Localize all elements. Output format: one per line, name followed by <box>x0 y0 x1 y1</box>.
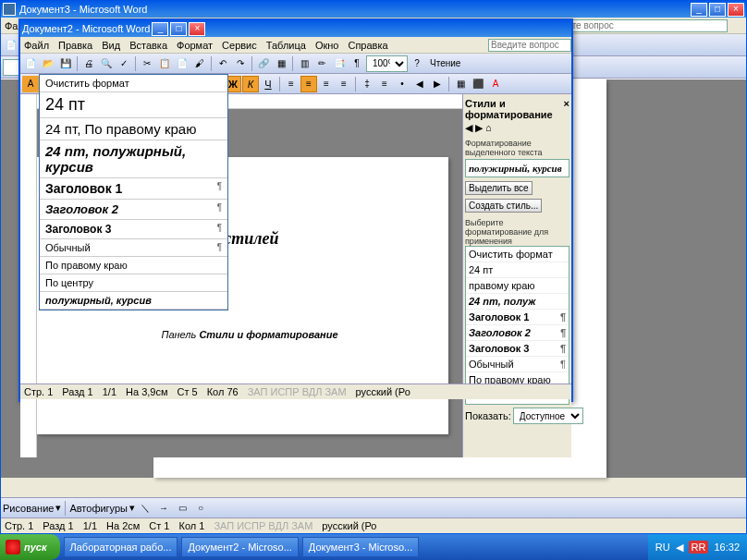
inner-close-button[interactable]: × <box>189 22 205 36</box>
style-list-item[interactable]: правому краю <box>466 278 569 294</box>
inner-maximize-button[interactable]: □ <box>170 22 187 36</box>
oval-icon[interactable]: ○ <box>192 500 209 517</box>
inner-minimize-button[interactable]: _ <box>152 22 168 36</box>
align-center-button[interactable]: ≡ <box>300 76 317 92</box>
tray-lang[interactable]: RU <box>655 542 670 553</box>
dd-item[interactable]: 24 пт, По правому краю <box>40 118 227 140</box>
columns-button[interactable]: ▥ <box>296 55 312 72</box>
menu-insert[interactable]: Вставка <box>129 40 167 51</box>
start-button[interactable]: пуск <box>0 534 60 560</box>
style-list-item[interactable]: Обычный¶ <box>466 357 569 372</box>
copy-button[interactable]: 📋 <box>156 55 173 72</box>
selected-format-box[interactable]: полужирный, курсив <box>465 159 569 177</box>
style-list-item[interactable]: Заголовок 3¶ <box>466 341 569 357</box>
menu-window[interactable]: Окно <box>315 40 339 51</box>
system-tray[interactable]: RU ◀ RR 16:32 <box>648 534 747 560</box>
tray-icon[interactable]: RR <box>689 541 709 554</box>
maximize-button[interactable]: □ <box>709 3 726 17</box>
show-select[interactable]: Доступное <box>513 408 583 424</box>
menu-help[interactable]: Справка <box>348 40 387 51</box>
back-icon[interactable]: ◀ <box>465 122 472 135</box>
menu-file[interactable]: Файл <box>24 40 49 51</box>
indent-button[interactable]: ▶ <box>429 76 446 92</box>
format-painter-button[interactable]: 🖌 <box>191 55 208 72</box>
line-icon[interactable]: ＼ <box>137 500 153 517</box>
close-button[interactable]: × <box>728 3 744 17</box>
undo-button[interactable]: ↶ <box>214 55 231 72</box>
border-button[interactable]: ▦ <box>452 76 469 92</box>
outer-title-bar[interactable]: Документ3 - Microsoft Word _ □ × <box>1 1 746 18</box>
select-arrow-icon[interactable]: ▾ <box>55 502 61 514</box>
cut-button[interactable]: ✂ <box>139 55 155 72</box>
dd-clear-format[interactable]: Очистить формат <box>40 75 227 92</box>
numbered-list-button[interactable]: ≡ <box>376 76 393 92</box>
draw-menu-button[interactable]: Рисование <box>3 503 54 514</box>
autoshapes-button[interactable]: Автофигуры <box>69 503 128 514</box>
arrow-icon[interactable]: → <box>155 500 172 517</box>
dd-item[interactable]: По центру <box>40 274 227 292</box>
taskbar-item[interactable]: Документ3 - Microso... <box>302 537 419 557</box>
italic-button[interactable]: К <box>242 76 259 92</box>
spell-button[interactable]: ✓ <box>116 55 132 72</box>
new-doc-button[interactable]: 📄 <box>22 55 39 72</box>
style-list-item[interactable]: 24 пт, полуж <box>466 294 569 310</box>
map-button[interactable]: 📑 <box>331 55 348 72</box>
menu-edit[interactable]: Правка <box>58 40 92 51</box>
menu-format[interactable]: Формат <box>177 40 213 51</box>
highlight-button[interactable]: ⬛ <box>470 76 486 92</box>
new-style-button[interactable]: Создать стиль... <box>465 199 542 213</box>
zoom-select[interactable]: 100% <box>366 55 408 72</box>
outdent-button[interactable]: ◀ <box>411 76 428 92</box>
dd-item[interactable]: Заголовок 2¶ <box>40 200 227 220</box>
inner-title-bar[interactable]: Документ2 - Microsoft Word _ □ × <box>20 20 571 37</box>
style-list-item[interactable]: Заголовок 2¶ <box>466 325 569 341</box>
dd-item[interactable]: По правому краю <box>40 257 227 274</box>
redo-button[interactable]: ↷ <box>232 55 249 72</box>
home-icon[interactable]: ⌂ <box>485 122 492 135</box>
minimize-button[interactable]: _ <box>691 3 707 17</box>
preview-button[interactable]: 🔍 <box>98 55 115 72</box>
line-spacing-button[interactable]: ‡ <box>359 76 375 92</box>
select-all-button[interactable]: Выделить все <box>465 181 533 195</box>
taskbar-item[interactable]: Документ2 - Microso... <box>181 537 298 557</box>
fwd-icon[interactable]: ▶ <box>475 122 483 135</box>
dd-item[interactable]: Обычный¶ <box>40 239 227 257</box>
style-dropdown[interactable]: Очистить формат 24 пт24 пт, По правому к… <box>39 74 228 310</box>
save-button[interactable]: 💾 <box>57 55 74 72</box>
style-list-item[interactable]: Очистить формат <box>466 247 569 262</box>
menu-table[interactable]: Таблица <box>266 40 306 51</box>
styles-pane-button[interactable]: A <box>22 76 39 92</box>
tray-clock[interactable]: 16:32 <box>714 542 740 553</box>
align-right-button[interactable]: ≡ <box>318 76 335 92</box>
align-left-button[interactable]: ≡ <box>283 76 300 92</box>
inner-help-input[interactable] <box>488 39 571 52</box>
dd-item[interactable]: Заголовок 1¶ <box>40 178 227 200</box>
style-list-item[interactable]: 24 пт <box>466 262 569 278</box>
paste-button[interactable]: 📄 <box>174 55 190 72</box>
dd-item[interactable]: Заголовок 3¶ <box>40 220 227 239</box>
styles-list[interactable]: Очистить формат24 птправому краю24 пт, п… <box>465 246 569 405</box>
style-list-item[interactable]: Заголовок 1¶ <box>466 310 569 325</box>
help-icon[interactable]: ? <box>409 55 425 72</box>
pane-close-icon[interactable]: × <box>564 98 569 120</box>
print-button[interactable]: 🖨 <box>80 55 97 72</box>
drawing-button[interactable]: ✏ <box>313 55 330 72</box>
rect-icon[interactable]: ▭ <box>174 500 190 517</box>
link-button[interactable]: 🔗 <box>255 55 272 72</box>
new-doc-button[interactable]: 📄 <box>3 37 19 54</box>
read-button[interactable]: Чтение <box>426 55 464 72</box>
dd-item[interactable]: 24 пт, полужирный, курсив <box>40 140 227 178</box>
taskbar-item[interactable]: Лабораторная рабо... <box>64 537 178 557</box>
tray-icon[interactable]: ◀ <box>676 542 683 554</box>
font-color-button[interactable]: A <box>487 76 504 92</box>
bullet-list-button[interactable]: • <box>394 76 410 92</box>
vertical-ruler[interactable] <box>20 94 37 457</box>
open-button[interactable]: 📂 <box>40 55 56 72</box>
menu-tools[interactable]: Сервис <box>222 40 257 51</box>
dd-item[interactable]: 24 пт <box>40 92 227 118</box>
underline-button[interactable]: Ч <box>260 76 276 92</box>
dd-item[interactable]: полужирный, курсив <box>40 292 227 310</box>
menu-view[interactable]: Вид <box>102 40 120 51</box>
align-justify-button[interactable]: ≡ <box>336 76 352 92</box>
pilcrow-button[interactable]: ¶ <box>349 55 365 72</box>
